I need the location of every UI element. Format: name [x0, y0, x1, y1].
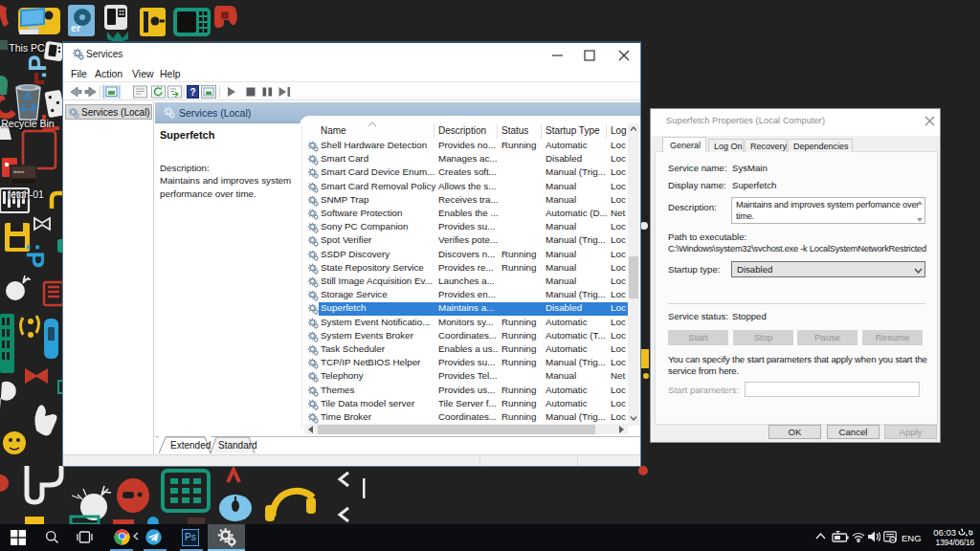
svg-text:er: er: [71, 22, 81, 33]
svg-text:?: ?: [190, 87, 196, 98]
svg-text:dafont: dafont: [13, 169, 25, 174]
svg-text::P: :P: [21, 243, 50, 268]
